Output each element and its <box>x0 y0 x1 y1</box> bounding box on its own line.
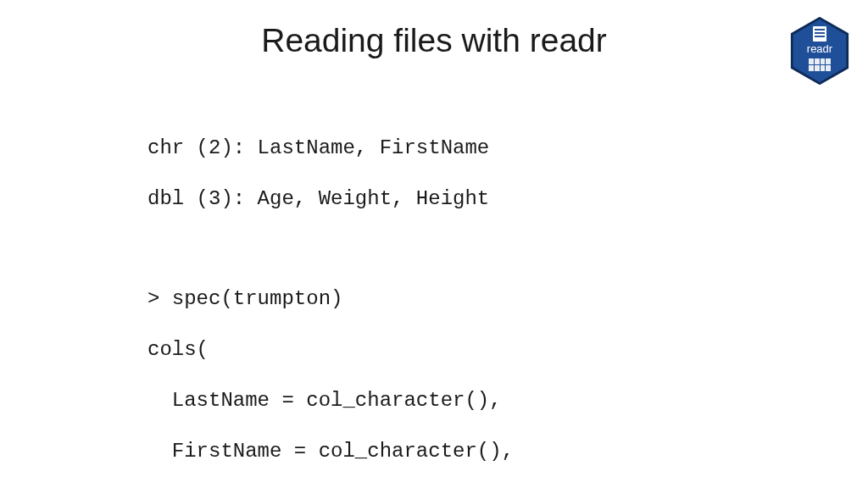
code-line: LastName = col_character(), <box>147 388 514 413</box>
code-line: dbl (3): Age, Weight, Height <box>147 186 514 212</box>
readr-hex-logo: readr <box>790 17 849 85</box>
logo-label: readr <box>790 42 849 55</box>
slide-title: Reading files with readr <box>0 22 868 59</box>
code-line: cols( <box>147 337 514 363</box>
code-line: chr (2): LastName, FirstName <box>147 136 514 161</box>
code-line: FirstName = col_character(), <box>147 439 514 464</box>
document-icon <box>813 26 826 42</box>
code-block: chr (2): LastName, FirstName dbl (3): Ag… <box>147 110 514 488</box>
table-icon <box>809 58 831 71</box>
blank-line <box>147 237 514 261</box>
code-line: > spec(trumpton) <box>147 286 514 312</box>
